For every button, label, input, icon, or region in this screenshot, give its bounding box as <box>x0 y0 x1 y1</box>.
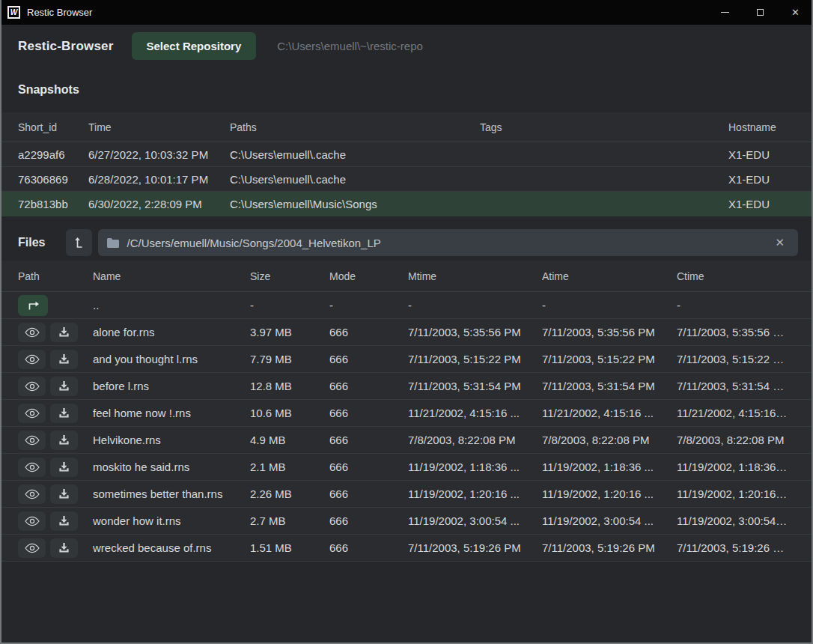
file-name: moskito he said.rns <box>93 461 250 473</box>
parent-mode: - <box>329 299 408 312</box>
navigate-parent-button[interactable] <box>18 295 48 316</box>
snapshot-hostname: X1-EDU <box>728 148 795 161</box>
view-file-button[interactable] <box>18 377 46 396</box>
restore-file-button[interactable] <box>50 484 78 504</box>
snapshot-short-id: 76306869 <box>18 173 88 186</box>
view-file-button[interactable] <box>18 404 46 423</box>
eye-icon <box>25 435 40 446</box>
snapshot-short-id: a2299af6 <box>18 148 88 161</box>
restore-file-button[interactable] <box>50 350 78 369</box>
restore-file-button[interactable] <box>50 404 78 423</box>
file-mtime: 7/11/2003, 5:31:54 PM <box>408 380 542 392</box>
file-mtime: 7/11/2003, 5:19:26 PM <box>408 541 542 554</box>
file-size: 2.1 MB <box>250 461 329 473</box>
file-mode: 666 <box>329 353 408 365</box>
minimize-button[interactable] <box>707 0 743 25</box>
file-size: 3.97 MB <box>250 326 329 338</box>
file-row: moskito he said.rns 2.1 MB 666 11/19/200… <box>1 454 812 481</box>
snapshots-section-header: Snapshots <box>1 67 812 112</box>
restore-file-button[interactable] <box>50 538 78 558</box>
files-table-header: Path Name Size Mode Mtime Atime Ctime <box>1 261 812 292</box>
select-repository-button[interactable]: Select Repository <box>132 32 257 60</box>
file-atime: 11/19/2002, 1:20:16 ... <box>542 487 677 500</box>
download-icon <box>58 353 70 365</box>
file-mtime: 11/19/2002, 3:00:54 ... <box>408 514 542 527</box>
file-mtime: 11/19/2002, 1:18:36 ... <box>408 461 542 473</box>
file-mtime: 7/8/2003, 8:22:08 PM <box>408 434 542 446</box>
column-header-path: Path <box>18 270 93 282</box>
file-size: 4.9 MB <box>250 434 329 446</box>
file-row: wonder how it.rns 2.7 MB 666 11/19/2002,… <box>1 508 812 535</box>
window-controls: ✕ <box>707 0 813 25</box>
path-breadcrumb-input[interactable]: /C/Users/emuell/Music/Songs/2004_Helveti… <box>98 229 798 256</box>
view-file-button[interactable] <box>18 431 46 450</box>
download-icon <box>58 326 70 338</box>
file-ctime: 11/19/2002, 1:18:36 ... <box>677 461 795 473</box>
eye-icon <box>25 543 40 553</box>
snapshot-row[interactable]: 72b813bb 6/30/2022, 2:28:09 PM C:\Users\… <box>1 192 812 216</box>
restore-file-button[interactable] <box>50 323 78 342</box>
file-name: alone for.rns <box>93 326 250 338</box>
maximize-icon <box>757 9 764 16</box>
file-row: wrecked because of.rns 1.51 MB 666 7/11/… <box>1 535 812 562</box>
file-size: 2.26 MB <box>250 487 329 500</box>
empty-area <box>1 562 812 643</box>
file-atime: 11/19/2002, 1:18:36 ... <box>542 461 677 473</box>
file-name: wrecked because of.rns <box>93 541 250 554</box>
download-icon <box>58 461 70 473</box>
repo-header: Restic-Browser Select Repository C:\User… <box>1 25 812 67</box>
restore-file-button[interactable] <box>50 377 78 396</box>
column-header-hostname: Hostname <box>728 121 795 133</box>
view-file-button[interactable] <box>18 350 46 369</box>
file-atime: 7/11/2003, 5:15:22 PM <box>542 353 677 365</box>
view-file-button[interactable] <box>18 323 46 342</box>
download-icon <box>58 434 70 446</box>
file-row: feel home now !.rns 10.6 MB 666 11/21/20… <box>1 400 812 427</box>
restore-file-button[interactable] <box>50 511 78 531</box>
file-size: 12.8 MB <box>250 380 329 392</box>
file-ctime: 11/21/2002, 4:15:16 ... <box>677 407 795 419</box>
download-icon <box>58 407 70 419</box>
titlebar: W Restic Browser ✕ <box>0 0 813 25</box>
eye-icon <box>25 381 40 392</box>
snapshot-row[interactable]: a2299af6 6/27/2022, 10:03:32 PM C:\Users… <box>1 142 812 167</box>
maximize-button[interactable] <box>743 0 778 25</box>
file-mtime: 7/11/2003, 5:15:22 PM <box>408 353 542 365</box>
file-mtime: 7/11/2003, 5:35:56 PM <box>408 326 542 338</box>
minimize-icon <box>721 12 729 13</box>
clear-path-button[interactable]: ✕ <box>770 234 789 251</box>
parent-directory-row[interactable]: .. - - - - - <box>1 292 812 319</box>
file-row: Helvikone.rns 4.9 MB 666 7/8/2003, 8:22:… <box>1 427 812 454</box>
file-mode: 666 <box>329 407 408 419</box>
view-file-button[interactable] <box>18 484 46 504</box>
file-mode: 666 <box>329 461 408 473</box>
snapshot-paths: C:\Users\emuell\.cache <box>230 148 480 161</box>
column-header-tags: Tags <box>480 121 728 133</box>
restore-file-button[interactable] <box>50 431 78 450</box>
file-ctime: 7/11/2003, 5:31:54 PM <box>677 380 795 392</box>
column-header-time: Time <box>88 121 230 133</box>
column-header-size: Size <box>250 270 329 282</box>
go-up-level-button[interactable] <box>66 229 92 256</box>
up-right-arrow-icon <box>27 301 40 310</box>
file-name: sometimes better than.rns <box>93 487 250 500</box>
column-header-ctime: Ctime <box>677 270 795 282</box>
snapshot-time: 6/30/2022, 2:28:09 PM <box>88 198 230 210</box>
column-header-paths: Paths <box>230 121 480 133</box>
section-gap <box>1 216 812 225</box>
column-header-name: Name <box>93 270 250 282</box>
file-mode: 666 <box>329 380 408 392</box>
snapshot-row[interactable]: 76306869 6/28/2022, 10:01:17 PM C:\Users… <box>1 167 812 192</box>
close-button[interactable]: ✕ <box>778 0 813 25</box>
file-size: 2.7 MB <box>250 514 329 527</box>
view-file-button[interactable] <box>18 538 46 558</box>
file-atime: 11/19/2002, 3:00:54 ... <box>542 514 677 527</box>
parent-name: .. <box>93 299 250 312</box>
view-file-button[interactable] <box>18 511 46 531</box>
restore-file-button[interactable] <box>50 458 78 477</box>
file-ctime: 11/19/2002, 1:20:16 ... <box>677 487 795 500</box>
files-table-body: alone for.rns 3.97 MB 666 7/11/2003, 5:3… <box>1 319 812 562</box>
current-path: /C/Users/emuell/Music/Songs/2004_Helveti… <box>127 237 380 249</box>
view-file-button[interactable] <box>18 458 46 477</box>
file-size: 1.51 MB <box>250 541 329 554</box>
